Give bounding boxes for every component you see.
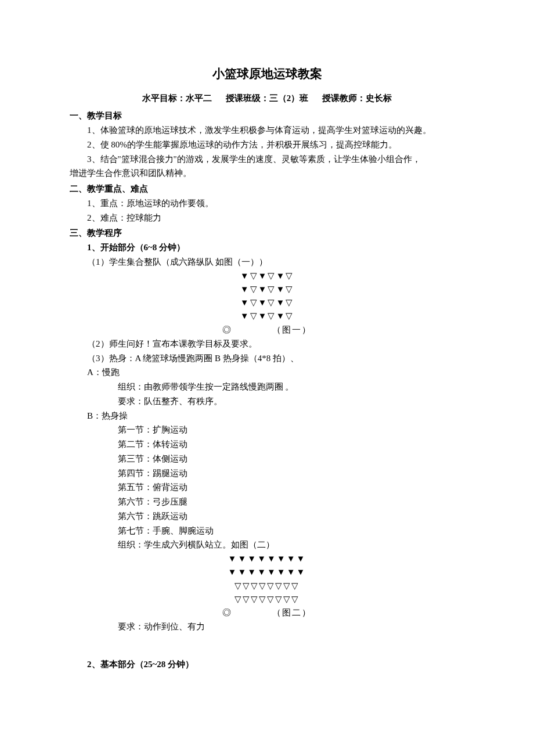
part1-item1: （1）学生集合整队（成六路纵队 如图（一）） xyxy=(87,255,464,269)
teacher-label: 授课教师：史长标 xyxy=(322,93,392,103)
warmup-a-label: A：慢跑 xyxy=(87,365,464,380)
diagram2-row4: ▽▽▽▽▽▽▽▽ xyxy=(70,593,464,606)
formation-diagram-1: ▼▽▼▽▼▽ ▼▽▼▽▼▽ ▼▽▼▽▼▽ ▼▽▼▽▼▽ ◎ （图一） xyxy=(70,269,464,337)
exercise-2: 第二节：体转运动 xyxy=(118,437,465,452)
difficulty: 2、难点：控球能力 xyxy=(87,211,464,225)
goal-3b: 增进学生合作意识和团队精神。 xyxy=(70,166,464,181)
diagram2-row3: ▽▽▽▽▽▽▽▽ xyxy=(70,579,464,593)
warmup-a-req: 要求：队伍整齐、有秩序。 xyxy=(118,394,465,409)
exercise-3: 第三节：体侧运动 xyxy=(118,452,465,466)
diagram1-row3: ▼▽▼▽▼▽ xyxy=(70,296,464,309)
meta-line: 水平目标：水平二 授课班级：三（2）班 授课教师：史长标 xyxy=(70,91,464,106)
formation-diagram-2: ▼▼▼▼▼▼▼▼ ▼▼▼▼▼▼▼▼ ▽▽▽▽▽▽▽▽ ▽▽▽▽▽▽▽▽ ◎ （图… xyxy=(70,552,464,620)
warmup-b-req: 要求：动作到位、有力 xyxy=(118,620,465,634)
diagram1-caption: ◎ （图一） xyxy=(222,323,312,337)
section-1-heading: 一、教学目标 xyxy=(70,109,464,123)
exercise-4: 第四节：踢腿运动 xyxy=(118,466,465,481)
goal-3a: 3、结合"篮球混合接力"的游戏，发展学生的速度、灵敏等素质，让学生体验小组合作， xyxy=(87,152,464,167)
diagram1-row2: ▼▽▼▽▼▽ xyxy=(70,283,464,296)
exercise-7: 第六节：跳跃运动 xyxy=(118,509,465,524)
diagram2-caption: ◎ （图二） xyxy=(222,606,312,620)
exercise-8: 第七节：手腕、脚腕运动 xyxy=(118,524,465,538)
goal-2: 2、使 80%的学生能掌握原地运球的动作方法，并积极开展练习，提高控球能力。 xyxy=(87,138,464,152)
diagram1-row1: ▼▽▼▽▼▽ xyxy=(70,269,464,283)
goal-1: 1、体验篮球的原地运球技术，激发学生积极参与体育运动，提高学生对篮球运动的兴趣。 xyxy=(87,123,464,138)
part1-item2: （2）师生问好！宣布本课教学目标及要求。 xyxy=(87,337,464,351)
warmup-b-label: B：热身操 xyxy=(87,409,464,423)
diagram2-row1: ▼▼▼▼▼▼▼▼ xyxy=(70,552,464,566)
exercise-5: 第五节：俯背运动 xyxy=(118,480,465,495)
exercise-6: 第六节：弓步压腿 xyxy=(118,495,465,509)
level-target: 水平目标：水平二 xyxy=(142,93,212,103)
warmup-b-org: 组织：学生成六列横队站立。如图（二） xyxy=(118,538,465,552)
part1-item3: （3）热身：A 绕篮球场慢跑两圈 B 热身操（4*8 拍）、 xyxy=(87,351,464,366)
exercise-1: 第一节：扩胸运动 xyxy=(118,423,465,437)
diagram1-row4: ▼▽▼▽▼▽ xyxy=(70,309,464,323)
section-3-heading: 三、教学程序 xyxy=(70,226,464,240)
section-2-heading: 二、教学重点、难点 xyxy=(70,182,464,196)
document-title: 小篮球原地运球教案 xyxy=(70,64,464,84)
key-point: 1、重点：原地运球的动作要领。 xyxy=(87,196,464,211)
part-2-heading: 2、基本部分（25~28 分钟） xyxy=(87,657,464,672)
warmup-a-org: 组织：由教师带领学生按一定路线慢跑两圈 。 xyxy=(118,380,465,394)
class-label: 授课班级：三（2）班 xyxy=(226,93,309,103)
diagram2-row2: ▼▼▼▼▼▼▼▼ xyxy=(70,566,464,579)
part-1-heading: 1、开始部分（6~8 分钟） xyxy=(87,240,464,255)
